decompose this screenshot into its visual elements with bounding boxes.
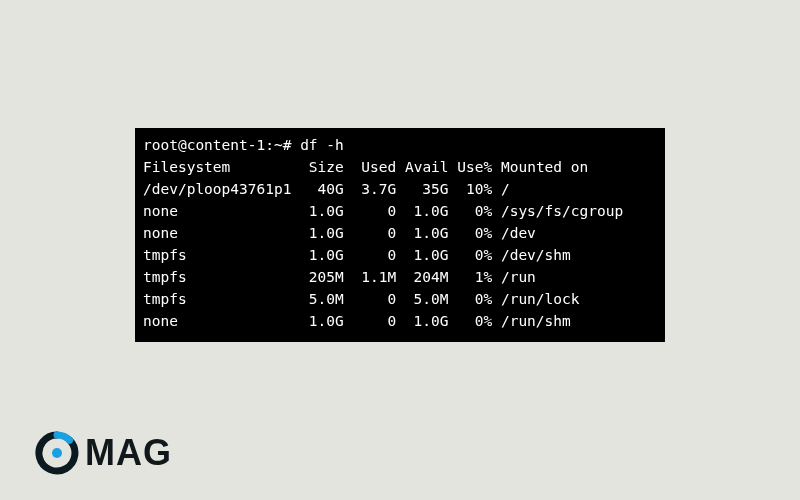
col-used: Used	[344, 159, 396, 175]
df-rows: /dev/ploop43761p1 40G 3.7G 35G 10% / non…	[143, 181, 623, 329]
col-avail: Avail	[396, 159, 448, 175]
col-usep: Use%	[449, 159, 493, 175]
col-filesystem: Filesystem	[143, 159, 291, 175]
logo-text: MAG	[85, 432, 172, 474]
col-size: Size	[291, 159, 343, 175]
svg-point-0	[52, 448, 62, 458]
logo-icon	[35, 431, 79, 475]
terminal-output[interactable]: root@content-1:~# df -h Filesystem Size …	[135, 128, 665, 342]
prompt: root@content-1:~#	[143, 137, 300, 153]
brand-logo: MAG	[35, 431, 172, 475]
command: df -h	[300, 137, 344, 153]
col-mounted: Mounted on	[492, 159, 588, 175]
